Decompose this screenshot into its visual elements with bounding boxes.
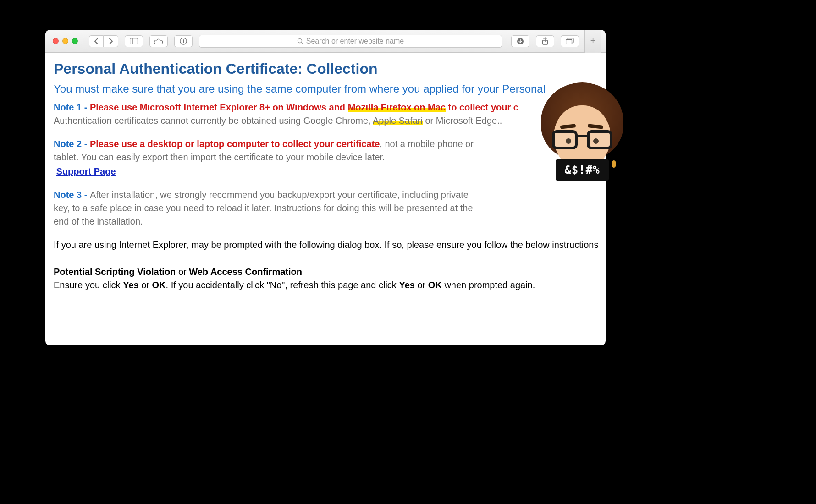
tabs-button[interactable] — [561, 35, 579, 47]
psv-line: Potential Scripting Violation or Web Acc… — [54, 265, 597, 279]
address-bar[interactable]: Search or enter website name — [199, 35, 502, 48]
ok-1: OK — [152, 280, 166, 290]
sidebar-icon — [130, 38, 138, 44]
onepassword-icon — [180, 38, 187, 45]
minimize-window-button[interactable] — [62, 38, 68, 44]
note1-text-a: Please use Microsoft Internet Explorer 8… — [90, 102, 348, 112]
note1-text-b: to collect your c — [446, 102, 518, 112]
svg-line-5 — [301, 42, 303, 44]
note3-grey: After installation, we strongly recommen… — [54, 190, 473, 226]
search-icon — [297, 38, 303, 44]
note1-grey-b: or Microsoft Edge.. — [423, 115, 502, 126]
new-tab-button[interactable]: + — [584, 30, 601, 53]
note1-grey-a: Authentication certificates cannot curre… — [54, 115, 373, 126]
or-1: or — [139, 280, 152, 290]
note-label: Note 1 - — [54, 102, 90, 112]
ie-instruction: If you are using Internet Explorer, may … — [54, 238, 597, 252]
downloads-button[interactable] — [511, 35, 529, 47]
sidebar-button[interactable] — [125, 35, 143, 47]
forward-button[interactable] — [104, 35, 118, 47]
support-link-row: Support Page — [54, 165, 597, 178]
chevron-right-icon — [109, 38, 113, 44]
psv-a: Potential Scripting Violation — [54, 267, 176, 277]
note-1: Note 1 - Please use Microsoft Internet E… — [54, 101, 597, 127]
cloud-icon — [154, 38, 164, 44]
maximize-window-button[interactable] — [72, 38, 78, 44]
note-2: Note 2 - Please use a desktop or laptop … — [54, 137, 475, 164]
window-controls — [53, 38, 78, 44]
page-subtitle: You must make sure that you are using th… — [54, 81, 597, 97]
back-button[interactable] — [89, 35, 104, 47]
psv-b: Web Access Confirmation — [189, 267, 302, 277]
ensure-line: Ensure you click Yes or OK. If you accid… — [54, 279, 597, 292]
download-icon — [517, 38, 524, 45]
chevron-left-icon — [94, 38, 99, 44]
psv-or: or — [176, 267, 189, 277]
svg-rect-3 — [183, 39, 184, 43]
note2-red: Please use a desktop or laptop computer … — [90, 139, 380, 149]
support-page-link[interactable]: Support Page — [56, 166, 116, 176]
memoji-earring — [612, 160, 616, 168]
page-title: Personal Authentication Certificate: Col… — [54, 58, 597, 79]
svg-rect-0 — [130, 38, 138, 44]
share-icon — [542, 37, 548, 45]
browser-toolbar: Search or enter website name + — [45, 30, 606, 53]
ok-2: OK — [428, 280, 442, 290]
yes-1: Yes — [123, 280, 138, 290]
close-window-button[interactable] — [53, 38, 59, 44]
nav-buttons — [86, 35, 118, 47]
page-content: Personal Authentication Certificate: Col… — [45, 53, 606, 297]
address-placeholder: Search or enter website name — [306, 37, 404, 45]
icloud-button[interactable] — [149, 35, 168, 47]
or-2: or — [415, 280, 428, 290]
ensure-b: . If you accidentally click "No", refres… — [166, 280, 399, 290]
browser-window: Search or enter website name + Personal … — [45, 30, 606, 345]
ensure-c: when prompted again. — [442, 280, 535, 290]
yes-2: Yes — [399, 280, 414, 290]
extension-button[interactable] — [174, 35, 193, 47]
note1-highlight: Mozilla Firefox on Mac — [348, 102, 446, 112]
note-3: Note 3 - After installation, we strongly… — [54, 188, 475, 228]
note-label: Note 3 - — [54, 190, 90, 200]
note1-grey-highlight: Apple Safari — [373, 115, 423, 126]
tabs-icon — [566, 38, 574, 44]
plus-icon: + — [590, 36, 596, 46]
share-button[interactable] — [536, 35, 554, 47]
ensure-a: Ensure you click — [54, 280, 123, 290]
svg-rect-9 — [566, 39, 572, 44]
note-label: Note 2 - — [54, 139, 90, 149]
